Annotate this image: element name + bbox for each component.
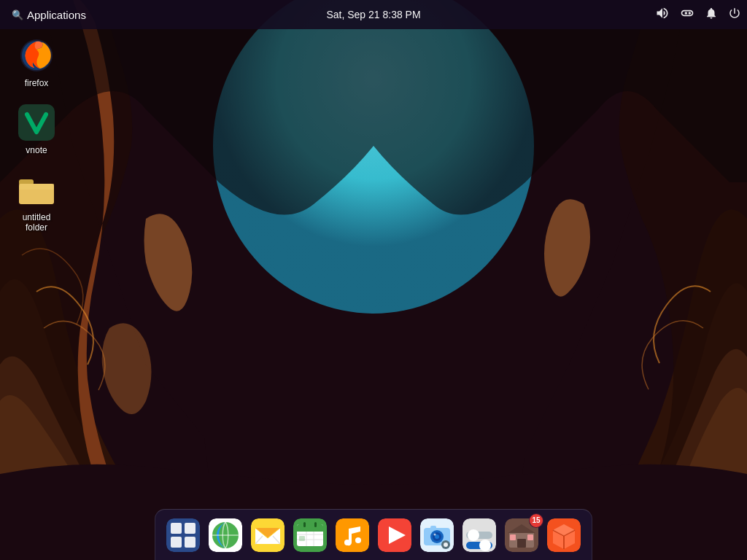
desktop: 🔍 Applications Sat, Sep 21 8:38 PM — [0, 0, 747, 560]
dock-appstore[interactable] — [545, 516, 583, 554]
dock-settings[interactable] — [460, 516, 498, 554]
top-panel: 🔍 Applications Sat, Sep 21 8:38 PM — [0, 0, 747, 29]
svg-rect-4 — [18, 104, 55, 141]
svg-rect-7 — [19, 184, 54, 190]
svg-point-39 — [434, 533, 436, 535]
folder-label: untitled folder — [7, 211, 66, 233]
svg-rect-40 — [430, 526, 436, 529]
applications-label: Applications — [27, 9, 86, 21]
dock-browser[interactable] — [206, 516, 244, 554]
power-icon[interactable] — [728, 7, 741, 23]
svg-rect-11 — [171, 537, 182, 548]
system-tray — [655, 6, 741, 23]
folder-icon-desktop[interactable]: untitled folder — [7, 171, 66, 233]
notification-icon[interactable] — [705, 7, 718, 23]
svg-rect-29 — [336, 518, 369, 552]
firefox-icon-desktop[interactable]: firefox — [7, 36, 66, 89]
software-badge: 15 — [529, 513, 543, 528]
svg-rect-12 — [185, 537, 196, 548]
dock-calendar[interactable] — [291, 516, 329, 554]
dock-multitasking[interactable] — [164, 516, 202, 554]
svg-rect-9 — [171, 523, 182, 534]
svg-rect-52 — [527, 534, 533, 540]
dock-music[interactable] — [333, 516, 371, 554]
dock-mail[interactable] — [249, 516, 287, 554]
desktop-icons: firefox vnote — [7, 36, 66, 233]
svg-point-42 — [444, 542, 448, 547]
vnote-icon-desktop[interactable]: vnote — [7, 104, 66, 156]
svg-rect-26 — [299, 536, 305, 541]
volume-icon[interactable] — [655, 6, 670, 23]
datetime: Sat, Sep 21 8:38 PM — [326, 9, 420, 20]
dock-software-manager[interactable]: 15 — [503, 516, 541, 554]
svg-point-45 — [468, 529, 479, 541]
applications-menu[interactable]: 🔍 Applications — [6, 6, 92, 24]
svg-rect-51 — [510, 534, 516, 540]
search-icon: 🔍 — [12, 9, 23, 20]
dock-photos[interactable] — [418, 516, 456, 554]
firefox-app-icon — [18, 36, 55, 74]
svg-rect-50 — [517, 539, 526, 548]
taskbar: 15 — [155, 509, 592, 560]
folder-app-icon — [18, 171, 55, 209]
wallpaper — [0, 0, 747, 560]
svg-point-47 — [479, 540, 491, 551]
svg-rect-28 — [314, 522, 317, 527]
vnote-label: vnote — [23, 144, 50, 156]
svg-point-31 — [355, 537, 361, 543]
svg-rect-27 — [303, 522, 306, 527]
vnote-app-icon — [18, 104, 55, 141]
svg-point-30 — [344, 540, 350, 545]
dock-video[interactable] — [376, 516, 414, 554]
svg-rect-21 — [297, 528, 323, 532]
svg-rect-10 — [185, 523, 196, 534]
firefox-label: firefox — [22, 77, 52, 89]
network-icon[interactable] — [680, 6, 694, 23]
